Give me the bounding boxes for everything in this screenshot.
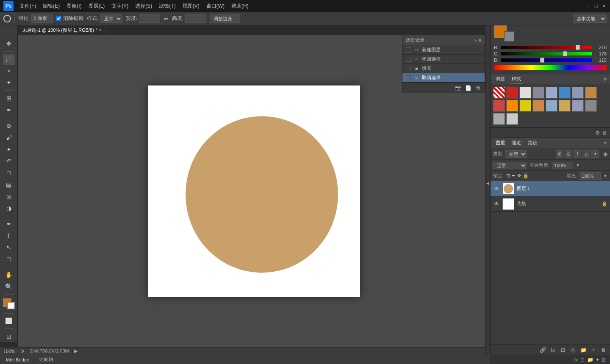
zoom-tool[interactable]: 🔍: [3, 281, 15, 292]
layer-new-button[interactable]: +: [590, 346, 597, 354]
styles-tab[interactable]: 样式: [510, 75, 523, 83]
style-swatch[interactable]: [493, 87, 505, 99]
pen-tool[interactable]: ✒: [3, 218, 15, 229]
style-swatch[interactable]: [519, 87, 531, 99]
menu-item[interactable]: 图像(I): [64, 2, 84, 11]
maximize-button[interactable]: □: [593, 3, 599, 9]
style-swatch[interactable]: [559, 100, 571, 112]
style-swatch[interactable]: [532, 87, 544, 99]
paths-tab[interactable]: 路径: [526, 139, 539, 147]
layer-mask-button[interactable]: ⊡: [559, 346, 567, 354]
style-select[interactable]: 正常: [100, 14, 122, 23]
menu-item[interactable]: 文件(F): [17, 2, 39, 11]
opacity-input[interactable]: [552, 162, 573, 169]
style-swatch[interactable]: [506, 87, 518, 99]
lasso-tool[interactable]: ⌖: [3, 66, 15, 77]
timeline-tab[interactable]: 时间轴: [37, 356, 56, 364]
layer-fx-button[interactable]: fx: [549, 346, 557, 354]
status-arrow-icon[interactable]: ▶: [74, 348, 78, 354]
workspace-select[interactable]: 基本功能: [573, 14, 607, 23]
history-brush-tool[interactable]: ↶: [3, 156, 15, 167]
history-item[interactable]: □ 新建图层: [402, 45, 485, 55]
title-bar-controls[interactable]: ─ □ ✕: [585, 3, 607, 9]
quick-mask-tool[interactable]: ⬜: [3, 316, 15, 327]
history-new-doc-button[interactable]: 📄: [464, 84, 472, 92]
menu-item[interactable]: 编辑(E): [40, 2, 62, 11]
layer-link-button[interactable]: 🔗: [539, 346, 546, 354]
style-swatch[interactable]: [546, 100, 557, 112]
create-group-icon[interactable]: 📁: [587, 357, 593, 363]
style-swatch[interactable]: [572, 100, 584, 112]
style-swatch[interactable]: [493, 113, 505, 125]
filter-type-select[interactable]: 类型: [505, 150, 527, 158]
layer-row[interactable]: 👁 背景 🔒: [491, 196, 610, 212]
style-swatch[interactable]: [519, 100, 531, 112]
styles-panel-menu-icon[interactable]: ≡: [604, 77, 607, 82]
eyedropper-tool[interactable]: ✒: [3, 105, 15, 116]
width-input[interactable]: [139, 14, 160, 23]
fx-label[interactable]: fx: [574, 357, 578, 362]
text-tool[interactable]: T: [3, 230, 15, 241]
blur-tool[interactable]: ◎: [3, 191, 15, 202]
history-expand-icon[interactable]: »: [474, 38, 477, 43]
path-select-tool[interactable]: ↖: [3, 242, 15, 253]
height-input[interactable]: [185, 14, 206, 23]
menu-item[interactable]: 图层(L): [86, 2, 108, 11]
hand-tool[interactable]: ✋: [3, 269, 15, 280]
dodge-tool[interactable]: ◑: [3, 203, 15, 214]
menu-item[interactable]: 视图(V): [180, 2, 202, 11]
opacity-arrow[interactable]: ▼: [576, 163, 580, 168]
layer-1-visibility-toggle[interactable]: 👁: [493, 185, 500, 192]
adjustments-tab[interactable]: 调整: [494, 75, 507, 83]
menu-item[interactable]: 选择(S): [133, 2, 155, 11]
panel-collapse-bar[interactable]: ◀: [485, 12, 490, 355]
crop-tool[interactable]: ⊞: [3, 93, 15, 104]
zoom-options-icon[interactable]: ⊕: [20, 348, 24, 354]
history-item-2-checkbox[interactable]: [406, 57, 411, 62]
color-swatch[interactable]: [3, 298, 15, 309]
history-snapshot-button[interactable]: 📷: [454, 84, 462, 92]
delete-layer-icon[interactable]: 🗑: [602, 357, 607, 363]
tab-close-button[interactable]: ×: [99, 28, 101, 33]
r-slider-thumb[interactable]: [576, 45, 580, 50]
history-item[interactable]: ○ 椭圆选框: [402, 55, 485, 64]
shape-tool[interactable]: □: [3, 254, 15, 265]
menu-item[interactable]: 文字(Y): [109, 2, 131, 11]
fill-input[interactable]: [580, 172, 601, 180]
history-item[interactable]: ■ 填充: [402, 64, 485, 73]
minimize-button[interactable]: ─: [585, 3, 591, 9]
style-swatch[interactable]: [585, 100, 597, 112]
brush-tool[interactable]: 🖌: [3, 132, 15, 143]
antialias-control[interactable]: 消除锯齿: [56, 15, 83, 22]
add-layer-mask-icon[interactable]: ⊡: [580, 357, 585, 363]
history-menu-icon[interactable]: ≡: [479, 38, 481, 43]
filter-text-icon[interactable]: T: [574, 150, 581, 158]
mini-bridge-tab[interactable]: Mini Bridge: [3, 356, 32, 363]
adjust-edge-button[interactable]: 调整边缘...: [210, 14, 240, 23]
history-item-3-checkbox[interactable]: [406, 66, 411, 71]
filter-adjust-icon[interactable]: ◎: [565, 150, 572, 158]
background-color[interactable]: [7, 302, 15, 309]
style-swatch[interactable]: [546, 87, 557, 99]
b-slider-thumb[interactable]: [540, 58, 544, 63]
lock-move-icon[interactable]: ✥: [517, 173, 521, 179]
history-item-4-checkbox[interactable]: [406, 75, 411, 80]
filter-smart-icon[interactable]: ✦: [591, 150, 599, 158]
history-item[interactable]: ○ 取消选择: [402, 73, 485, 83]
style-swatch[interactable]: [506, 100, 518, 112]
layers-panel-menu-icon[interactable]: ≡: [604, 141, 607, 146]
healing-brush-tool[interactable]: ⊕: [3, 120, 15, 131]
style-swatch[interactable]: [493, 100, 505, 112]
lock-brush-icon[interactable]: ✒: [512, 173, 516, 179]
style-swatch[interactable]: [559, 87, 571, 99]
screen-mode-tool[interactable]: ⊡: [3, 331, 15, 342]
clone-stamp-tool[interactable]: ✦: [3, 144, 15, 155]
style-swatch[interactable]: [506, 113, 518, 125]
ellipse-select-icon[interactable]: [3, 15, 11, 22]
lock-checkerboard-icon[interactable]: ⊞: [506, 173, 510, 179]
color-spectrum-bar[interactable]: [494, 65, 607, 70]
r-slider-container[interactable]: [501, 46, 592, 49]
styles-settings-icon[interactable]: ⚙: [595, 130, 600, 136]
quick-select-tool[interactable]: ✦: [3, 77, 15, 88]
styles-delete-icon[interactable]: 🗑: [602, 130, 607, 136]
